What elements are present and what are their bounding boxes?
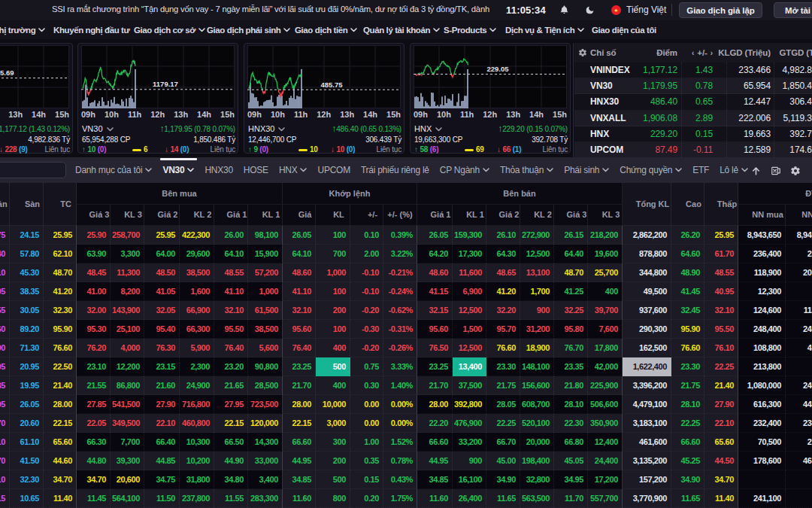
- cell-19[interactable]: 157,200: [623, 470, 671, 489]
- cell-6[interactable]: 10,200: [180, 452, 214, 470]
- cell-21[interactable]: 34.70: [704, 470, 738, 489]
- cell-19[interactable]: 162,500: [623, 339, 671, 357]
- col-tc[interactable]: TC: [44, 183, 77, 226]
- cell-1[interactable]: 20.60: [10, 414, 44, 433]
- cell-4[interactable]: 3,300: [111, 245, 144, 263]
- cell-23[interactable]: 8,945,600: [786, 226, 812, 245]
- cell-11[interactable]: 0.00: [350, 414, 383, 433]
- cell-10[interactable]: 100: [316, 282, 350, 301]
- cell-10[interactable]: 800: [316, 489, 350, 508]
- cell-11[interactable]: 0.35: [350, 452, 383, 470]
- cell-17[interactable]: 64.40: [554, 245, 588, 263]
- cell-20[interactable]: 34.90: [671, 470, 704, 489]
- menu-item-3[interactable]: Giao dịch phái sinh: [207, 26, 290, 35]
- language-label[interactable]: Tiếng Việt: [626, 5, 666, 15]
- export-excel-icon[interactable]: [771, 166, 780, 175]
- cell-5[interactable]: 41.05: [144, 282, 180, 301]
- cell-15[interactable]: 66.70: [486, 433, 520, 452]
- cell-15[interactable]: 45.00: [486, 452, 520, 470]
- cell-8[interactable]: 61,500: [248, 301, 283, 320]
- cell-12[interactable]: 0.43%: [383, 470, 417, 489]
- cell-19[interactable]: 3,396,200: [623, 376, 671, 395]
- cell-17[interactable]: 45.05: [554, 452, 588, 470]
- cell-6[interactable]: 460,800: [180, 414, 214, 433]
- cell-23[interactable]: 246,700: [786, 376, 812, 395]
- cell-11[interactable]: -0.20: [350, 339, 383, 357]
- cell-2[interactable]: 95.90: [44, 320, 77, 339]
- menu-item-8[interactable]: Giao diện của tôi: [592, 26, 656, 35]
- cell-8[interactable]: 14,300: [248, 433, 283, 452]
- cell-8[interactable]: 120,000: [248, 414, 283, 433]
- cell-16[interactable]: 20,000: [520, 433, 554, 452]
- cell-6[interactable]: 716,800: [180, 395, 214, 414]
- menu-item-2[interactable]: Giao dịch cơ sở: [134, 26, 205, 35]
- cell-10[interactable]: 500: [316, 470, 350, 489]
- cell-3[interactable]: 11.45: [77, 489, 111, 508]
- cell-4[interactable]: 541,500: [111, 395, 144, 414]
- cell-12[interactable]: 1.52%: [383, 433, 417, 452]
- cell-13[interactable]: 95.60: [417, 320, 453, 339]
- cell-2[interactable]: 48.70: [44, 263, 77, 282]
- cell-13[interactable]: 28.00: [417, 395, 453, 414]
- cell-15[interactable]: 76.60: [486, 339, 520, 357]
- cell-3[interactable]: 48.45: [77, 263, 111, 282]
- cell-13[interactable]: 44.95: [417, 452, 453, 470]
- cell-11[interactable]: 0.15: [350, 470, 383, 489]
- cell-5[interactable]: 66.40: [144, 433, 180, 452]
- cell-23[interactable]: 205,600: [786, 263, 812, 282]
- subcol-16[interactable]: KL 2: [520, 205, 554, 227]
- cell-17[interactable]: 41.25: [554, 282, 588, 301]
- subcol-11[interactable]: +/-: [350, 205, 383, 227]
- cell-10[interactable]: 300: [316, 433, 350, 452]
- cell-7[interactable]: 27.95: [214, 395, 248, 414]
- tab-vn30[interactable]: VN30: [162, 157, 194, 183]
- menu-item-5[interactable]: Quản lý tài khoản: [363, 26, 440, 35]
- cell-1[interactable]: 89.20: [10, 320, 44, 339]
- cell-19[interactable]: 461,600: [623, 433, 671, 452]
- cell-14[interactable]: 17,300: [453, 245, 486, 263]
- cell-7[interactable]: 23.20: [214, 357, 248, 376]
- cell-2[interactable]: 11.40: [44, 489, 77, 508]
- cell-3[interactable]: 95.30: [77, 320, 111, 339]
- cell-19[interactable]: 3,770,900: [623, 489, 671, 508]
- cell-16[interactable]: 18,900: [520, 339, 554, 357]
- cell-23[interactable]: 23,400: [786, 245, 812, 263]
- cell-6[interactable]: 5,900: [180, 339, 214, 357]
- cell-22[interactable]: 178,600: [738, 452, 786, 470]
- cell-0[interactable]: 66.40: [0, 245, 10, 263]
- cell-15[interactable]: 26.10: [486, 226, 520, 245]
- subcol-9[interactable]: Giá: [283, 205, 316, 227]
- cell-4[interactable]: 349,500: [111, 414, 144, 433]
- cell-16[interactable]: 900: [520, 301, 554, 320]
- cell-6[interactable]: 2,300: [180, 357, 214, 376]
- cell-5[interactable]: 22.10: [144, 414, 180, 433]
- menu-item-6[interactable]: S-Products: [444, 26, 496, 35]
- cell-8[interactable]: 15,900: [248, 245, 283, 263]
- cell-9[interactable]: 32.10: [283, 301, 316, 320]
- cell-7[interactable]: 44.90: [214, 452, 248, 470]
- cell-17[interactable]: 48.70: [554, 263, 588, 282]
- cell-23[interactable]: [786, 282, 812, 301]
- cell-20[interactable]: 76.60: [671, 339, 704, 357]
- cell-19[interactable]: 3,183,100: [623, 414, 671, 433]
- cell-19[interactable]: 4,479,100: [623, 395, 671, 414]
- cell-4[interactable]: 143,900: [111, 301, 144, 320]
- cell-1[interactable]: 19.95: [10, 376, 44, 395]
- cell-1[interactable]: 45.30: [10, 263, 44, 282]
- cell-7[interactable]: 26.00: [214, 226, 248, 245]
- symbol-search-input[interactable]: [0, 162, 66, 178]
- cell-15[interactable]: 34.90: [486, 470, 520, 489]
- subcol-12[interactable]: +/- (%): [383, 205, 417, 227]
- cell-20[interactable]: 22.25: [671, 414, 704, 433]
- cell-12[interactable]: 0.00%: [383, 414, 417, 433]
- cell-10[interactable]: 400: [316, 376, 350, 395]
- cell-11[interactable]: 2.00: [350, 245, 383, 263]
- menu-item-1[interactable]: Khuyến nghị đầu tư: [53, 26, 129, 35]
- cell-11[interactable]: 0.30: [350, 376, 383, 395]
- tab-danh-m-c-c-a-t-i[interactable]: Danh mục của tôi: [75, 157, 152, 183]
- cell-13[interactable]: 34.85: [417, 470, 453, 489]
- cell-20[interactable]: 26.20: [671, 226, 704, 245]
- cell-3[interactable]: 66.30: [77, 433, 111, 452]
- board-settings-gear-icon[interactable]: [790, 166, 800, 175]
- cell-7[interactable]: 76.40: [214, 339, 248, 357]
